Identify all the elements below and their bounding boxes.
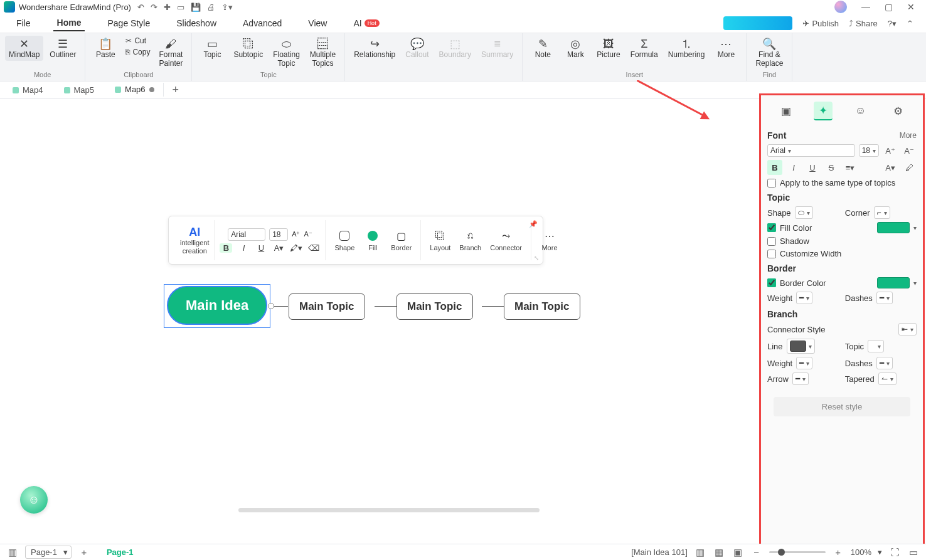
menu-view[interactable]: View	[304, 16, 331, 31]
shadow-checkbox[interactable]	[767, 237, 776, 246]
format-painter-button[interactable]: 🖌Format Painter	[155, 36, 186, 70]
zoom-value[interactable]: 100%	[851, 547, 871, 557]
save-icon[interactable]: 💾	[191, 3, 201, 12]
resize-handle-icon[interactable]: ⤡	[534, 255, 539, 262]
subtopic-button[interactable]: ⿻Subtopic	[230, 36, 267, 61]
open-icon[interactable]: ▭	[177, 3, 184, 12]
picture-button[interactable]: 🖼Picture	[593, 36, 624, 61]
menu-file[interactable]: File	[13, 16, 35, 31]
help-button[interactable]: ?▾	[888, 19, 897, 28]
outline-toggle-icon[interactable]: ▥	[6, 547, 19, 558]
topic-button[interactable]: ▭Topic	[197, 36, 227, 61]
topic-node-3[interactable]: Main Topic	[504, 293, 580, 320]
panel-strike-button[interactable]: S	[824, 163, 839, 172]
clear-format-button[interactable]: ⌫	[307, 243, 320, 253]
font-more-link[interactable]: More	[900, 131, 917, 140]
expand-handle-icon[interactable]	[268, 303, 274, 309]
zoom-in-button[interactable]: +	[832, 547, 844, 557]
formula-button[interactable]: ΣFormula	[627, 36, 662, 61]
branch-topic-select[interactable]: ▾	[868, 340, 884, 352]
border-color-checkbox[interactable]	[767, 278, 776, 287]
font-decrease-button[interactable]: A⁻	[902, 146, 917, 156]
border-weight-select[interactable]: ━▾	[796, 292, 812, 304]
branch-line-color[interactable]: ▾	[787, 339, 815, 354]
border-button[interactable]: ▢Border	[387, 229, 415, 251]
add-tab-button[interactable]: +	[166, 83, 186, 97]
menu-ai[interactable]: AI Hot	[349, 16, 383, 31]
branch-dashes-select[interactable]: ━▾	[876, 357, 893, 369]
branch-button[interactable]: ⎌Branch	[455, 229, 485, 251]
font-increase-icon[interactable]: A⁺	[292, 230, 300, 238]
copy-button[interactable]: ⎘Copy	[123, 47, 152, 57]
outliner-mode-button[interactable]: ☰Outliner	[46, 36, 80, 61]
panel-underline-button[interactable]: U	[805, 163, 820, 172]
main-idea-node[interactable]: Main Idea	[167, 286, 267, 325]
menu-advanced[interactable]: Advanced	[239, 16, 285, 31]
layout-button[interactable]: ⿻Layout	[426, 229, 454, 251]
undo-icon[interactable]: ↶	[137, 3, 144, 12]
fill-color-swatch[interactable]	[877, 222, 910, 233]
cut-button[interactable]: ✂Cut	[123, 36, 152, 46]
close-button[interactable]: ✕	[900, 2, 922, 12]
ai-creation-button[interactable]: AI intelligent creation	[175, 220, 215, 260]
new-icon[interactable]: ✚	[164, 3, 171, 12]
paste-button[interactable]: 📋Paste	[90, 36, 120, 61]
shape-button[interactable]: Shape	[331, 229, 358, 251]
panel-tab-icon[interactable]: ☺	[851, 102, 870, 120]
fit-icon[interactable]: ▭	[907, 547, 920, 558]
panel-tab-page[interactable]: ▣	[777, 102, 796, 120]
summary-button[interactable]: ≡Summary	[477, 36, 517, 61]
bold-button[interactable]: B	[220, 243, 232, 253]
topic-node-1[interactable]: Main Topic	[289, 293, 365, 320]
relationship-button[interactable]: ↪Relationship	[350, 36, 399, 61]
panel-font-family[interactable]: Arial▾	[767, 144, 855, 157]
view-mode-3-icon[interactable]: ▣	[732, 547, 744, 558]
export-icon[interactable]: ⇪▾	[221, 3, 233, 12]
panel-italic-button[interactable]: I	[786, 163, 801, 172]
panel-tab-style[interactable]: ✦	[814, 102, 833, 120]
mindmap-mode-button[interactable]: ✕MindMap	[5, 36, 43, 61]
panel-font-color[interactable]: A▾	[883, 163, 898, 172]
panel-font-size[interactable]: 18▾	[859, 144, 879, 157]
font-family-select[interactable]: Arial	[228, 228, 265, 241]
numbering-button[interactable]: ⒈Numbering	[664, 36, 709, 61]
tab-map5[interactable]: Map5	[55, 83, 104, 97]
panel-tab-settings[interactable]: ⚙	[888, 102, 907, 120]
panel-highlight[interactable]: 🖊	[902, 163, 917, 172]
apply-same-checkbox[interactable]	[767, 179, 776, 188]
share-button[interactable]: ⤴Share	[849, 19, 878, 28]
font-decrease-icon[interactable]: A⁻	[304, 230, 312, 238]
floating-topic-button[interactable]: ⬭Floating Topic	[269, 36, 304, 70]
boundary-button[interactable]: ⬚Boundary	[435, 36, 475, 61]
menu-page-style[interactable]: Page Style	[104, 16, 154, 31]
menu-slideshow[interactable]: Slideshow	[173, 16, 220, 31]
note-button[interactable]: ✎Note	[528, 36, 558, 61]
fill-button[interactable]: Fill	[359, 229, 386, 251]
customize-width-checkbox[interactable]	[767, 250, 776, 258]
fullscreen-icon[interactable]: ⛶	[888, 547, 901, 557]
corner-select[interactable]: ⌐▾	[874, 206, 890, 219]
branch-tapered-select[interactable]: ↼▾	[878, 372, 897, 385]
user-avatar-icon[interactable]	[834, 1, 847, 13]
find-replace-button[interactable]: 🔍Find & Replace	[752, 36, 787, 70]
topic-node-2[interactable]: Main Topic	[396, 293, 473, 320]
highlight-button[interactable]: 🖍▾	[290, 243, 302, 253]
font-size-select[interactable]: 18	[269, 228, 288, 241]
view-mode-1-icon[interactable]: ▥	[694, 547, 706, 558]
italic-button[interactable]: I	[237, 243, 250, 253]
panel-align-button[interactable]: ≡▾	[843, 163, 858, 172]
maximize-button[interactable]: ▢	[877, 2, 900, 12]
reset-style-button[interactable]: Reset style	[774, 397, 911, 416]
pin-icon[interactable]: 📌	[529, 220, 538, 228]
font-increase-button[interactable]: A⁺	[883, 146, 898, 156]
add-page-button[interactable]: +	[78, 547, 90, 557]
collapse-ribbon-icon[interactable]: ⌃	[907, 19, 913, 28]
float-more-button[interactable]: ⋯More	[536, 229, 563, 251]
page-tab[interactable]: Page-1	[107, 547, 134, 557]
zoom-slider[interactable]	[769, 551, 826, 553]
horizontal-scrollbar[interactable]	[238, 508, 540, 512]
underline-button[interactable]: U	[255, 243, 267, 253]
tab-map4[interactable]: Map4	[4, 83, 53, 97]
fill-color-checkbox[interactable]	[767, 223, 776, 232]
branch-arrow-select[interactable]: ━▾	[792, 372, 809, 385]
